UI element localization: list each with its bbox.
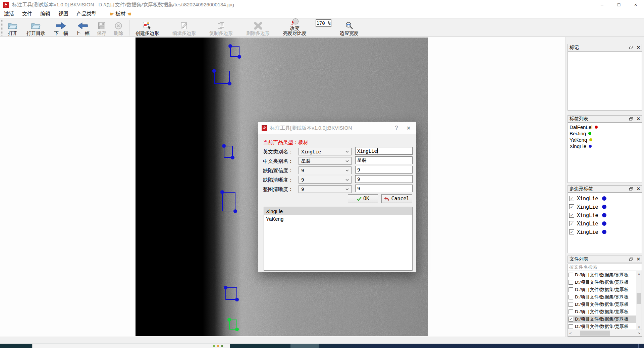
checkbox-unchecked[interactable] bbox=[569, 302, 573, 307]
vertical-scrollbar[interactable]: ∧ ∨ bbox=[636, 271, 642, 330]
annotation-corner-handle[interactable] bbox=[235, 328, 239, 331]
checkbox-unchecked[interactable] bbox=[569, 309, 573, 314]
brightness-contrast-button[interactable]: 改变 亮度对比度 bbox=[280, 19, 310, 37]
scroll-right-icon[interactable]: > bbox=[636, 330, 642, 337]
image-clarity-combo[interactable]: 9 bbox=[299, 185, 352, 193]
float-panel-icon[interactable] bbox=[629, 117, 633, 121]
create-polygon-button[interactable]: 创建多边形 bbox=[132, 19, 162, 37]
file-list-item[interactable]: D:/项目文件/数据集/宽厚板 bbox=[568, 308, 636, 316]
open-button[interactable]: 打开 bbox=[5, 19, 21, 37]
dialog-close-button[interactable]: × bbox=[407, 125, 411, 131]
english-class-combo[interactable]: XingLie bbox=[299, 148, 352, 155]
toolbar-drag-handle[interactable] bbox=[1, 20, 3, 36]
scroll-left-icon[interactable]: < bbox=[568, 330, 573, 337]
horizontal-scrollbar[interactable]: < > bbox=[568, 330, 642, 336]
polygon-label-item[interactable]: ✓XingLie bbox=[568, 219, 642, 228]
checkbox-checked[interactable]: ✓ bbox=[569, 221, 574, 226]
zoom-percent-input[interactable]: 170 % bbox=[316, 19, 331, 27]
image-clarity-input[interactable]: 9 bbox=[355, 185, 413, 192]
scroll-up-icon[interactable]: ∧ bbox=[636, 271, 642, 276]
checkbox-checked[interactable]: ✓ bbox=[569, 229, 574, 234]
checkbox-checked[interactable]: ✓ bbox=[569, 196, 574, 201]
annotation-corner-handle[interactable] bbox=[228, 82, 231, 85]
cancel-button[interactable]: Cancel bbox=[381, 194, 412, 203]
save-button[interactable]: 保存 bbox=[94, 19, 109, 37]
minimize-button[interactable]: – bbox=[594, 0, 610, 9]
float-panel-icon[interactable] bbox=[629, 46, 633, 49]
dialog-help-button[interactable]: ? bbox=[395, 125, 398, 131]
label-list-item[interactable]: YaKenq bbox=[568, 137, 642, 143]
checkbox-unchecked[interactable] bbox=[569, 295, 573, 299]
file-search-input[interactable]: 按文件名检索 bbox=[568, 264, 642, 271]
chinese-class-combo[interactable]: 星裂 bbox=[299, 157, 352, 165]
scroll-down-icon[interactable]: ∨ bbox=[636, 325, 642, 330]
annotation-box[interactable] bbox=[222, 192, 235, 211]
file-list-item[interactable]: D:/项目文件/数据集/宽厚板 bbox=[568, 323, 636, 330]
edit-polygon-button[interactable]: 编辑多边形 bbox=[169, 19, 199, 37]
float-panel-icon[interactable] bbox=[629, 187, 633, 191]
menu-file[interactable]: 文件 bbox=[18, 10, 36, 18]
checkbox-unchecked[interactable] bbox=[569, 324, 573, 329]
annotation-corner-handle[interactable] bbox=[220, 190, 224, 194]
next-image-button[interactable]: 下一幅 bbox=[51, 19, 71, 37]
annotation-box[interactable] bbox=[229, 320, 237, 330]
menu-view[interactable]: 视图 bbox=[54, 10, 72, 18]
checkbox-checked[interactable]: ✓ bbox=[569, 213, 574, 218]
file-list-item[interactable]: D:/项目文件/数据集/宽厚板 bbox=[568, 271, 636, 279]
delete-button[interactable]: 删除 bbox=[111, 19, 126, 37]
close-panel-icon[interactable]: × bbox=[637, 186, 640, 192]
annotation-corner-handle[interactable] bbox=[235, 298, 239, 301]
checkbox-checked[interactable]: ✓ bbox=[569, 204, 574, 209]
english-class-input[interactable]: XingLie bbox=[355, 147, 413, 155]
checkbox-unchecked[interactable] bbox=[569, 273, 573, 277]
annotation-corner-handle[interactable] bbox=[237, 55, 241, 59]
defect-clarity-combo[interactable]: 9 bbox=[299, 176, 352, 184]
annotation-corner-handle[interactable] bbox=[233, 209, 237, 213]
checkbox-unchecked[interactable] bbox=[569, 287, 573, 292]
annotation-box[interactable] bbox=[224, 146, 233, 158]
polygon-label-item[interactable]: ✓XingLie bbox=[568, 228, 642, 236]
float-panel-icon[interactable] bbox=[629, 258, 633, 261]
prev-image-button[interactable]: 上一幅 bbox=[72, 19, 93, 37]
polygon-label-item[interactable]: ✓XingLie bbox=[568, 194, 642, 203]
defect-confidence-combo[interactable]: 9 bbox=[299, 166, 352, 174]
label-list-item[interactable]: DaiFenLei bbox=[568, 124, 642, 130]
menu-product-type[interactable]: 产品类型 bbox=[72, 10, 101, 18]
taskbar-highlight-block[interactable] bbox=[290, 344, 319, 348]
annotation-corner-handle[interactable] bbox=[231, 156, 234, 159]
annotation-corner-handle[interactable] bbox=[227, 318, 231, 322]
annotation-box[interactable] bbox=[214, 71, 230, 84]
file-list-item[interactable]: D:/项目文件/数据集/宽厚板 bbox=[568, 293, 636, 301]
close-panel-icon[interactable]: × bbox=[637, 45, 640, 50]
defect-confidence-input[interactable]: 9 bbox=[355, 166, 413, 173]
annotation-corner-handle[interactable] bbox=[222, 144, 226, 148]
file-list-item[interactable]: D:/项目文件/数据集/宽厚板 bbox=[568, 301, 636, 308]
maximize-button[interactable]: □ bbox=[610, 0, 627, 9]
annotation-corner-handle[interactable] bbox=[224, 286, 227, 289]
close-panel-icon[interactable]: × bbox=[637, 116, 640, 122]
file-list-item[interactable]: D:/项目文件/数据集/宽厚板 bbox=[568, 286, 636, 293]
class-list-item[interactable]: YaKeng bbox=[264, 215, 412, 223]
annotation-corner-handle[interactable] bbox=[212, 69, 216, 73]
checkbox-unchecked[interactable] bbox=[569, 280, 573, 285]
close-panel-icon[interactable]: × bbox=[637, 257, 640, 262]
polygon-label-item[interactable]: ✓XingLie bbox=[568, 203, 642, 211]
copy-polygon-button[interactable]: 复制多边形 bbox=[206, 19, 236, 37]
file-list-item[interactable]: D:/项目文件/数据集/宽厚板 bbox=[568, 279, 636, 286]
label-list-item[interactable]: BeiJing bbox=[568, 130, 642, 137]
file-list-item-selected[interactable]: ✓D:/项目文件/数据集/宽厚板 bbox=[568, 316, 636, 323]
delete-polygon-button[interactable]: 删除多边形 bbox=[243, 19, 273, 37]
open-directory-button[interactable]: 打开目录 bbox=[23, 19, 48, 37]
menu-edit[interactable]: 编辑 bbox=[36, 10, 54, 18]
vertical-scroll-thumb[interactable] bbox=[637, 293, 641, 304]
label-list-item[interactable]: XinqLie bbox=[568, 143, 642, 149]
defect-clarity-input[interactable]: 9 bbox=[355, 175, 413, 183]
annotation-corner-handle[interactable] bbox=[228, 44, 232, 48]
chinese-class-input[interactable]: 星裂 bbox=[355, 156, 413, 164]
ok-button[interactable]: OK bbox=[348, 194, 378, 203]
fit-width-button[interactable]: 适应宽度 bbox=[337, 19, 362, 37]
polygon-label-item[interactable]: ✓XingLie bbox=[568, 211, 642, 219]
taskbar-window-strip[interactable] bbox=[32, 344, 230, 348]
class-list-item-selected[interactable]: XingLie bbox=[264, 207, 412, 215]
annotation-box[interactable] bbox=[225, 287, 237, 300]
